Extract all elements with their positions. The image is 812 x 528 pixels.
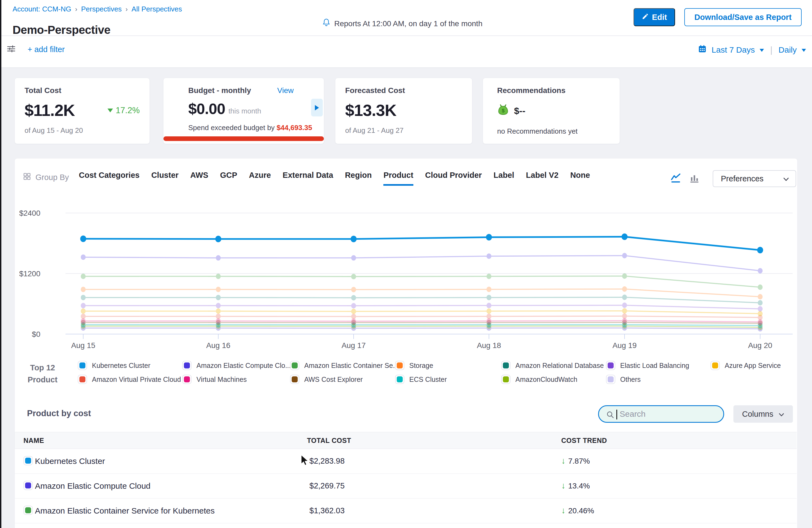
date-range-selector[interactable]: Last 7 Days [712,45,755,55]
columns-button[interactable]: Columns [734,405,793,423]
search-input[interactable] [619,407,719,421]
table-header-row: NAME TOTAL COST COST TREND [15,432,797,449]
tab-none[interactable]: None [570,171,590,186]
add-filter-button[interactable]: + add filter [28,45,65,54]
legend-swatch [182,361,191,370]
tab-cloud-provider[interactable]: Cloud Provider [425,171,482,186]
group-by-tabs: Cost CategoriesClusterAWSGCPAzureExterna… [79,171,590,186]
line-chart-toggle-icon[interactable] [670,173,682,185]
svg-text:$: $ [502,108,505,114]
calendar-icon [698,44,707,55]
chevron-down-icon [783,174,789,183]
legend-label: Amazon Elastic Compute Clo... [197,362,291,369]
granularity-selector[interactable]: Daily [779,45,797,55]
tab-label[interactable]: Label [494,171,514,186]
table-row-kubernetes-cluster[interactable]: Kubernetes Cluster$2,283.98↓7.87% [15,449,797,474]
breadcrumb-all-perspectives[interactable]: All Perspectives [131,5,182,13]
arrow-down-icon: ↓ [561,456,566,466]
pencil-icon [642,13,649,22]
chevron-down-icon[interactable] [802,49,806,52]
download-button-label: Download/Save as Report [694,13,792,22]
legend-label: Storage [409,362,433,369]
bar-chart-toggle-icon[interactable] [689,173,700,184]
legend-item-amazoncloudwatch[interactable]: AmazonCloudWatch [501,375,577,384]
budget-expand-button[interactable] [311,99,323,116]
filter-sliders-icon[interactable] [7,44,16,55]
breadcrumb-separator: › [75,5,77,13]
recommendations-empty-text: no Recommendations yet [497,127,611,135]
preferences-label: Preferences [721,174,764,183]
column-header-name[interactable]: NAME [24,437,44,444]
play-icon [315,105,319,111]
download-save-report-button[interactable]: Download/Save as Report [684,8,802,26]
report-schedule[interactable]: Reports At 12:00 AM, on day 1 of the mon… [322,18,482,29]
budget-exceeded-text: Spend exceeded budget by $44,693.35 [188,123,318,132]
tab-product[interactable]: Product [383,171,414,186]
total-cost-card: Total Cost $11.2K 17.2% of Aug 15 - Aug … [14,78,150,144]
legend-item-amazon-elastic-container-se[interactable]: Amazon Elastic Container Se... [290,361,398,370]
legend-label: AWS Cost Explorer [304,376,363,383]
row-total-cost: $1,362.03 [309,506,345,515]
legend-item-virtual-machines[interactable]: Virtual Machines [182,375,247,384]
arrow-down-icon: ↓ [561,481,566,490]
chevron-down-icon[interactable] [759,49,764,52]
edit-button[interactable]: Edit [634,8,675,26]
legend-title: Top 12 Product [18,362,67,386]
legend-item-elastic-load-balancing[interactable]: Elastic Load Balancing [606,361,689,370]
tab-azure[interactable]: Azure [249,171,271,186]
tab-aws[interactable]: AWS [190,171,208,186]
row-cost-trend: ↓13.4% [561,481,590,490]
legend-label: Azure App Service [725,362,781,369]
breadcrumb: Account: CCM-NG › Perspectives › All Per… [13,5,182,13]
arrow-down-icon: ↓ [561,505,566,515]
legend-item-azure-app-service[interactable]: Azure App Service [710,361,781,370]
total-cost-period: of Aug 15 - Aug 20 [25,126,140,135]
preferences-dropdown[interactable]: Preferences [713,170,796,187]
tab-cost-categories[interactable]: Cost Categories [79,171,140,186]
legend-item-amazon-virtual-private-cloud[interactable]: Amazon Virtual Private Cloud [78,375,181,384]
tab-cluster[interactable]: Cluster [151,171,178,186]
total-cost-label: Total Cost [25,86,140,95]
budget-view-link[interactable]: View [277,86,294,95]
breadcrumb-account[interactable]: Account: CCM-NG [13,5,71,13]
table-row-amazon-elastic-compute-cloud[interactable]: Amazon Elastic Compute Cloud$2,269.75↓13… [15,474,797,499]
legend-swatch [395,361,404,370]
table-body: Kubernetes Cluster$2,283.98↓7.87%Amazon … [15,449,797,523]
row-cost-trend: ↓20.46% [561,505,594,515]
separator: | [770,44,772,55]
search-icon [606,410,615,420]
budget-exceeded-amount: $44,693.35 [277,123,312,132]
legend-swatch [290,361,299,370]
legend-item-kubernetes-cluster[interactable]: Kubernetes Cluster [78,361,150,370]
budget-card: Budget - monthly View $0.00 this month S… [163,78,324,144]
legend-item-aws-cost-explorer[interactable]: AWS Cost Explorer [290,375,363,384]
forecasted-cost-value: $13.3K [345,101,396,120]
legend-item-amazon-elastic-compute-clo[interactable]: Amazon Elastic Compute Clo... [182,361,291,370]
breadcrumb-perspectives[interactable]: Perspectives [81,5,122,13]
column-header-cost-trend[interactable]: COST TREND [561,437,607,444]
row-total-cost: $2,269.75 [309,481,345,490]
tab-external-data[interactable]: External Data [283,171,333,186]
legend-item-ecs-cluster[interactable]: ECS Cluster [395,375,447,384]
legend-label: AmazonCloudWatch [516,376,577,383]
edit-button-label: Edit [652,13,667,22]
legend-swatch [501,361,510,370]
triangle-down-icon [107,108,113,112]
columns-button-label: Columns [742,410,773,419]
table-row-amazon-elastic-container-service-for-kubernetes[interactable]: Amazon Elastic Container Service for Kub… [15,499,797,523]
budget-value: $0.00 [188,100,225,118]
tab-label-v2[interactable]: Label V2 [526,171,559,186]
tab-region[interactable]: Region [345,171,372,186]
legend-label: Others [620,376,641,383]
page-header: Account: CCM-NG › Perspectives › All Per… [0,0,812,36]
legend-swatch [182,375,191,384]
legend-item-storage[interactable]: Storage [395,361,433,370]
legend-item-others[interactable]: Others [606,375,641,384]
legend-label: Elastic Load Balancing [620,362,689,369]
cost-delta: 17.2% [107,105,140,115]
tab-gcp[interactable]: GCP [220,171,237,186]
legend-label: Amazon Virtual Private Cloud [92,376,181,383]
legend-item-amazon-relational-database[interactable]: Amazon Relational Database ... [501,361,611,370]
column-header-total-cost[interactable]: TOTAL COST [307,437,351,444]
chevron-down-icon [779,410,784,419]
